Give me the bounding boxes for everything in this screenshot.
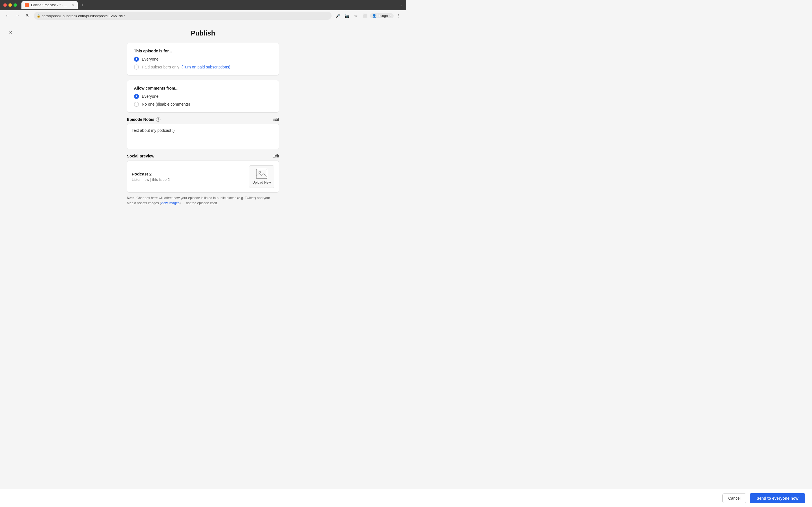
svg-point-1	[259, 171, 260, 173]
page-header: × Publish	[0, 21, 406, 43]
back-button[interactable]: ←	[3, 12, 11, 20]
microphone-icon[interactable]: 🎤	[334, 12, 342, 20]
incognito-label: Incognito	[377, 14, 391, 18]
toolbar-expand-icon[interactable]: ⌄	[399, 3, 403, 7]
episode-notes-help-icon[interactable]: ?	[156, 117, 160, 122]
preview-card: Podcast 2 Listen now | this is ep 2 Uplo…	[127, 161, 279, 193]
camera-off-icon[interactable]: 📷	[343, 12, 351, 20]
browser-titlebar: Editing "Podcast 2 " - Substa... × + ⌄	[0, 0, 406, 10]
preview-text: Podcast 2 Listen now | this is ep 2	[132, 172, 170, 182]
note-suffix: ) — not the episode itself.	[180, 201, 218, 205]
minimize-window-button[interactable]	[8, 3, 12, 7]
toolbar-right: 🎤 📷 ☆ ⬜ 👤 Incognito ⋮	[334, 12, 403, 20]
more-options-icon[interactable]: ⋮	[395, 12, 403, 20]
close-page-button[interactable]: ×	[9, 29, 12, 36]
episode-notes-edit-button[interactable]: Edit	[272, 117, 279, 122]
preview-podcast-subtitle: Listen now | this is ep 2	[132, 177, 170, 182]
audience-card: This episode is for... Everyone Paid sub…	[127, 43, 279, 75]
browser-chrome: Editing "Podcast 2 " - Substa... × + ⌄ ←…	[0, 0, 406, 21]
preview-podcast-title: Podcast 2	[132, 172, 170, 176]
turn-on-paid-link[interactable]: (Turn on paid subscriptions)	[182, 65, 231, 69]
active-tab[interactable]: Editing "Podcast 2 " - Substa... ×	[21, 1, 78, 9]
comments-card: Allow comments from... Everyone No one (…	[127, 80, 279, 113]
upload-label: Upload New	[252, 180, 271, 184]
episode-notes-title: Episode Notes	[127, 117, 154, 122]
comments-everyone-radio[interactable]	[134, 94, 139, 99]
episode-notes-section: Episode Notes ? Edit Text about my podca…	[127, 117, 279, 149]
episode-notes-content: Text about my podcast :)	[127, 124, 279, 149]
tab-favicon	[25, 3, 29, 7]
address-bar: ← → ↻ 🔒 🎤 📷 ☆ ⬜ 👤 Incognito ⋮	[0, 10, 406, 21]
incognito-badge: 👤 Incognito	[370, 13, 394, 18]
forward-button[interactable]: →	[13, 12, 21, 20]
audience-radio-group: Everyone Paid subscribers only (Turn on …	[134, 57, 272, 69]
tab-title: Editing "Podcast 2 " - Substa...	[31, 3, 69, 7]
episode-notes-header: Episode Notes ? Edit	[127, 117, 279, 122]
page-content: × Publish This episode is for... Everyon…	[0, 21, 406, 253]
upload-image-icon	[256, 169, 267, 179]
comments-card-title: Allow comments from...	[134, 86, 272, 91]
tab-close-button[interactable]: ×	[72, 3, 74, 7]
social-preview-edit-button[interactable]: Edit	[272, 154, 279, 158]
comments-none-label: No one (disable comments)	[142, 102, 190, 107]
comments-none-option[interactable]: No one (disable comments)	[134, 102, 272, 107]
page-body: This episode is for... Everyone Paid sub…	[121, 43, 285, 234]
social-preview-section: Social preview Edit Podcast 2 Listen now…	[127, 154, 279, 206]
audience-paid-option[interactable]: Paid subscribers only (Turn on paid subs…	[134, 64, 272, 69]
audience-everyone-radio[interactable]	[134, 57, 139, 62]
audience-everyone-option[interactable]: Everyone	[134, 57, 272, 62]
audience-everyone-label: Everyone	[142, 57, 158, 61]
refresh-button[interactable]: ↻	[24, 12, 32, 20]
upload-new-button[interactable]: Upload New	[249, 165, 274, 188]
close-window-button[interactable]	[3, 3, 7, 7]
traffic-lights	[3, 3, 17, 7]
bookmark-icon[interactable]: ☆	[352, 12, 360, 20]
view-images-link[interactable]: view images	[161, 201, 180, 205]
comments-none-radio[interactable]	[134, 102, 139, 107]
social-preview-note: Note: Changes here will affect how your …	[127, 195, 279, 206]
page-title: Publish	[0, 29, 406, 37]
comments-radio-group: Everyone No one (disable comments)	[134, 94, 272, 107]
episode-notes-title-group: Episode Notes ?	[127, 117, 160, 122]
tab-bar: Editing "Podcast 2 " - Substa... × +	[21, 1, 397, 9]
split-view-icon[interactable]: ⬜	[361, 12, 369, 20]
audience-card-title: This episode is for...	[134, 49, 272, 53]
svg-rect-0	[256, 169, 267, 179]
audience-paid-radio[interactable]	[134, 64, 139, 69]
note-prefix: Note:	[127, 196, 136, 200]
social-preview-title: Social preview	[127, 154, 154, 158]
maximize-window-button[interactable]	[13, 3, 17, 7]
address-wrapper: 🔒	[34, 12, 332, 20]
incognito-avatar-icon: 👤	[372, 14, 376, 18]
audience-paid-label: Paid subscribers only (Turn on paid subs…	[142, 65, 231, 69]
comments-everyone-label: Everyone	[142, 94, 158, 99]
social-preview-header: Social preview Edit	[127, 154, 279, 158]
address-input[interactable]	[34, 12, 332, 20]
new-tab-button[interactable]: +	[79, 2, 86, 8]
lock-icon: 🔒	[37, 14, 41, 18]
comments-everyone-option[interactable]: Everyone	[134, 94, 272, 99]
